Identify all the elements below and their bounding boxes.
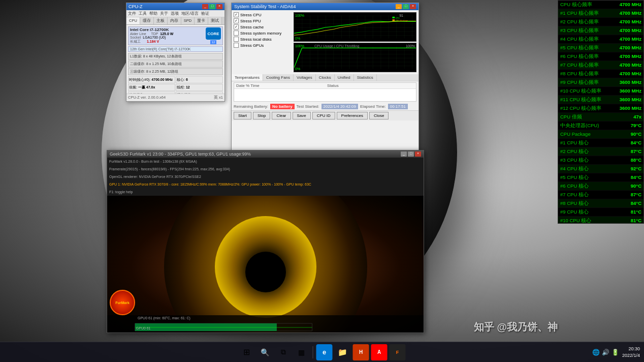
tab-temperatures[interactable]: Temperatures bbox=[232, 74, 263, 81]
hwinfo-label-12: #12 CPU 核心频率 bbox=[560, 105, 601, 112]
taskbar-speaker-icon[interactable]: 🔊 bbox=[602, 349, 609, 356]
hwinfo-row-7: #7 CPU 核心频率 4700 MHz bbox=[558, 61, 643, 70]
cpuz-tab-cache[interactable]: 缓存 bbox=[140, 17, 154, 24]
cpuz-menu-file[interactable]: 文件 bbox=[128, 11, 136, 16]
hwinfo-row-20: #5 CPU 核心 84°C bbox=[558, 173, 643, 182]
taskbar-time[interactable]: 20:30 2022/1/4 bbox=[622, 346, 640, 359]
furmark-logo-text: FurMark bbox=[115, 301, 130, 305]
hwinfo-row-17: #2 CPU 核心 87°C bbox=[558, 147, 643, 156]
cpuz-clock-label: 时钟(核心#0): 4700.00 MHz bbox=[128, 76, 175, 83]
stability-minimize-btn[interactable]: _ bbox=[396, 4, 402, 9]
stability-maximize-btn[interactable]: □ bbox=[403, 4, 409, 9]
hwinfo-value-12: 3600 MHz bbox=[620, 105, 641, 112]
stress-disk-checkbox[interactable] bbox=[234, 37, 239, 42]
cpuz-content: Intel Core i7-12700K Alder Line TDP 125.… bbox=[126, 25, 224, 102]
furmark-info3: OpenGL renderer: NVIDIA GeForce RTX 3070… bbox=[109, 175, 201, 178]
tab-voltages[interactable]: Voltages bbox=[294, 74, 316, 81]
stability-close-btn[interactable]: × bbox=[410, 4, 416, 9]
stress-cpu-checkbox[interactable] bbox=[234, 12, 239, 17]
furmark-maximize-btn[interactable]: □ bbox=[408, 152, 414, 157]
cpu-id-btn[interactable]: CPU ID bbox=[312, 112, 335, 119]
stress-disk-label: Stress local disks bbox=[240, 37, 272, 42]
furmark-eye-pupil bbox=[245, 252, 286, 292]
stress-memory-checkbox[interactable] bbox=[234, 31, 239, 36]
taskbar-network-icon[interactable]: 🌐 bbox=[592, 349, 600, 356]
cpuz-mfr-label: 长城工 bbox=[130, 40, 141, 43]
cpuz-socket-label: Socket bbox=[130, 36, 141, 39]
stress-gpu-checkbox[interactable] bbox=[234, 43, 239, 48]
cpuz-tab-memory[interactable]: 内存 bbox=[168, 17, 181, 24]
start-btn[interactable]: Start bbox=[234, 112, 251, 119]
cpuz-menubar: 文件 工具 帮助 关于 选项 地区/语言 验证 bbox=[126, 10, 224, 17]
furmark-info-line5: F1: toggle help bbox=[107, 188, 424, 196]
cpuz-menu-about[interactable]: 关于 bbox=[160, 11, 168, 16]
hwinfo-label-22: #7 CPU 核心 bbox=[560, 191, 589, 198]
hwinfo-row-23: #8 CPU 核心 84°C bbox=[558, 199, 643, 208]
cpuz-maximize-btn[interactable]: □ bbox=[209, 4, 215, 9]
cpuz-tab-bench[interactable]: 测试 bbox=[208, 17, 222, 24]
cpuz-menu-options[interactable]: 选项 bbox=[171, 11, 179, 16]
cpuz-menu-region[interactable]: 地区/语言 bbox=[181, 11, 199, 16]
cpuz-tab-gpu[interactable]: 显卡 bbox=[195, 17, 208, 24]
cpuz-menu-tools[interactable]: 工具 bbox=[139, 11, 147, 16]
graph2-label-top: 100% bbox=[295, 44, 304, 48]
stress-memory-label: Stress system memory bbox=[240, 31, 281, 36]
preferences-btn[interactable]: Preferences bbox=[337, 112, 368, 119]
taskbar-search-btn[interactable]: 🔍 bbox=[257, 344, 273, 360]
taskbar-windows-btn[interactable]: ⊞ bbox=[239, 344, 255, 360]
taskbar-battery-icon[interactable]: 🔋 bbox=[611, 349, 619, 356]
tab-clocks[interactable]: Clocks bbox=[316, 74, 335, 81]
taskbar-edge-btn[interactable]: e bbox=[316, 344, 333, 360]
hwinfo-value-14: 79°C bbox=[631, 122, 641, 129]
cpuz-gen-info: 12th Gen Intel(R) Core(TM) i7-12700K bbox=[128, 46, 223, 52]
hwinfo-row-5: #5 CPU 核心频率 4700 MHz bbox=[558, 44, 643, 52]
hwinfo-row-6: #6 CPU 核心频率 4700 MHz bbox=[558, 52, 643, 61]
cpuz-menu-validate[interactable]: 验证 bbox=[201, 11, 209, 16]
hwinfo-label-15: CPU Package bbox=[560, 131, 591, 138]
stability-tabs: Temperatures Cooling Fans Voltages Clock… bbox=[232, 74, 418, 81]
taskbar-taskview-btn[interactable]: ⧉ bbox=[275, 344, 292, 360]
taskbar-app2-btn[interactable]: F bbox=[390, 344, 406, 360]
status-col-header: Status bbox=[325, 83, 416, 88]
cpuz-minimize-btn[interactable]: _ bbox=[202, 4, 208, 9]
stop-btn[interactable]: Stop bbox=[253, 112, 270, 119]
cpuz-tab-spd[interactable]: SPD bbox=[181, 17, 195, 24]
test-started-label: Test Started: bbox=[297, 104, 319, 109]
furmark-minimize-btn[interactable]: _ bbox=[401, 152, 407, 157]
hwinfo-value-6: 4700 MHz bbox=[620, 53, 641, 60]
hwinfo-value-24: 81°C bbox=[631, 208, 641, 216]
stability-log: Date % Time Status bbox=[234, 82, 416, 102]
cpuz-window[interactable]: CPU-Z _ □ × 文件 工具 帮助 关于 选项 地区/语言 验证 CPU … bbox=[126, 3, 225, 102]
furmark-window[interactable]: GeekS3D FurMark v1 23:00 - 334FPS, GPU1 … bbox=[107, 150, 424, 333]
cpuz-tab-cpu[interactable]: CPU bbox=[126, 17, 140, 24]
hwinfo-row-0: CPU 核心频率 4700 MHz bbox=[558, 1, 643, 9]
cpuz-footer-right: 英 x1 bbox=[214, 95, 223, 100]
stability-window[interactable]: System Stability Test - AIDA64 _ □ × Str… bbox=[231, 3, 419, 158]
svg-text:CPU Package: CPU Package bbox=[396, 19, 408, 22]
furmark-close-btn[interactable]: × bbox=[415, 152, 421, 157]
hwinfo-row-10: #10 CPU 核心频率 3600 MHz bbox=[558, 87, 643, 96]
cpuz-menu-help[interactable]: 帮助 bbox=[149, 11, 157, 16]
taskbar-widgets-btn[interactable]: ▦ bbox=[294, 344, 310, 360]
tab-statistics[interactable]: Statistics bbox=[354, 74, 377, 81]
hwinfo-row-13: CPU 倍频 47x bbox=[558, 113, 643, 122]
cpuz-tab-board[interactable]: 主板 bbox=[154, 17, 168, 24]
stress-cache-checkbox[interactable] bbox=[234, 24, 239, 29]
gen12-badge: 12 bbox=[210, 40, 217, 44]
tab-cooling[interactable]: Cooling Fans bbox=[263, 74, 294, 81]
hwinfo-label-21: #6 CPU 核心 bbox=[560, 183, 589, 190]
taskbar-hwinfo-btn[interactable]: H bbox=[353, 344, 369, 360]
save-btn[interactable]: Save bbox=[293, 112, 311, 119]
cpuz-close-btn[interactable]: × bbox=[216, 4, 222, 9]
close-btn[interactable]: Close bbox=[369, 112, 389, 119]
hwinfo-row-4: #4 CPU 核心频率 4700 MHz bbox=[558, 35, 643, 44]
hwinfo-value-3: 4700 MHz bbox=[620, 27, 641, 34]
tab-unified[interactable]: Unified bbox=[335, 74, 354, 81]
stress-fpu-checkbox[interactable] bbox=[234, 18, 239, 23]
hwinfo-row-12: #12 CPU 核心频率 3600 MHz bbox=[558, 104, 643, 113]
taskbar-aida-btn[interactable]: A bbox=[371, 344, 388, 360]
hwinfo-value-13: 47x bbox=[633, 113, 641, 120]
clear-btn[interactable]: Clear bbox=[272, 112, 291, 119]
taskbar-explorer-btn[interactable]: 📁 bbox=[335, 344, 351, 360]
hwinfo-label-4: #4 CPU 核心频率 bbox=[560, 36, 599, 43]
